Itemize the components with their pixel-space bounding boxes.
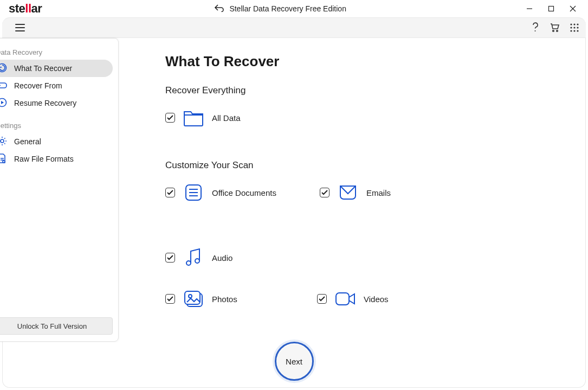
main-area: Data Recovery What To Recover Recover Fr… (2, 38, 586, 388)
next-button[interactable]: Next (275, 342, 314, 381)
checkbox-photos[interactable] (165, 294, 175, 304)
logo-part: ste (9, 2, 25, 16)
folder-icon (183, 107, 204, 129)
checkbox-emails[interactable] (320, 188, 329, 197)
checkbox-videos[interactable] (317, 294, 327, 304)
svg-point-6 (557, 30, 558, 32)
option-audio: Audio (165, 247, 274, 268)
logo-part: ar (31, 2, 42, 16)
option-label: Photos (212, 295, 237, 304)
music-icon (183, 247, 204, 268)
document-icon (183, 182, 204, 203)
option-label: Emails (366, 188, 391, 197)
checkbox-office-documents[interactable] (165, 188, 175, 197)
resume-icon (0, 97, 8, 110)
svg-rect-28 (185, 291, 200, 304)
maximize-button[interactable] (540, 1, 562, 16)
titlebar: stellar Stellar Data Recovery Free Editi… (0, 0, 588, 17)
svg-point-18 (0, 85, 1, 86)
svg-point-12 (577, 27, 578, 28)
toolbar (2, 17, 586, 38)
sidebar-item-label: What To Recover (14, 64, 72, 73)
unlock-button-label: Unlock To Full Version (17, 322, 87, 330)
page-title: What To Recover (165, 53, 564, 70)
window-title-text: Stellar Data Recovery Free Edition (229, 4, 346, 13)
option-label: Office Documents (212, 188, 276, 197)
option-office-documents: Office Documents (165, 182, 276, 203)
sidebar-item-label: Resume Recovery (14, 99, 76, 107)
svg-point-14 (573, 30, 575, 31)
menu-icon[interactable] (13, 22, 27, 34)
drive-icon (0, 80, 8, 92)
checkbox-all-data[interactable] (165, 113, 175, 123)
svg-rect-30 (336, 293, 349, 305)
sidebar: Data Recovery What To Recover Recover Fr… (0, 38, 119, 342)
sidebar-item-resume-recovery[interactable]: Resume Recovery (0, 94, 113, 112)
image-icon (183, 288, 204, 310)
option-all-data: All Data (165, 107, 274, 129)
svg-point-26 (195, 259, 199, 263)
option-videos: Videos (317, 288, 425, 310)
sidebar-section-settings: Settings (0, 119, 113, 133)
svg-point-8 (573, 23, 575, 25)
gear-icon (0, 136, 8, 148)
svg-rect-17 (0, 83, 7, 88)
section-recover-everything: Recover Everything (165, 85, 564, 96)
svg-point-4 (535, 30, 536, 31)
checkbox-audio[interactable] (165, 253, 175, 263)
app-logo: stellar (9, 2, 42, 16)
svg-point-10 (570, 27, 572, 28)
next-button-label: Next (286, 357, 302, 366)
content-area: Data Recovery What To Recover Recover Fr… (3, 38, 585, 387)
logo-part-accent: ll (25, 2, 31, 16)
help-icon[interactable] (529, 22, 541, 34)
sidebar-item-general[interactable]: General (0, 133, 113, 150)
sidebar-item-label: General (14, 137, 41, 146)
svg-point-15 (577, 30, 578, 31)
svg-point-5 (553, 30, 554, 32)
svg-point-13 (570, 30, 572, 31)
back-icon[interactable] (214, 4, 224, 14)
svg-point-7 (570, 23, 572, 25)
svg-point-9 (577, 23, 578, 25)
sidebar-section-data-recovery: Data Recovery (0, 46, 113, 60)
svg-point-11 (573, 27, 575, 28)
sidebar-item-raw-file-formats[interactable]: Raw File Formats (0, 150, 113, 168)
window-title: Stellar Data Recovery Free Edition (42, 4, 519, 14)
close-button[interactable] (562, 1, 584, 16)
option-emails: Emails (320, 182, 428, 203)
sidebar-item-what-to-recover[interactable]: What To Recover (0, 60, 113, 77)
option-photos: Photos (165, 288, 274, 310)
option-label: Audio (212, 253, 232, 263)
svg-rect-1 (549, 7, 554, 11)
section-customize-scan: Customize Your Scan (165, 160, 564, 171)
unlock-button[interactable]: Unlock To Full Version (0, 317, 113, 335)
cart-icon[interactable] (549, 22, 561, 34)
file-icon (0, 153, 8, 165)
apps-grid-icon[interactable] (568, 22, 580, 34)
recovery-icon (0, 62, 8, 75)
option-label: Videos (364, 295, 389, 304)
option-label: All Data (212, 113, 241, 123)
svg-point-20 (1, 139, 4, 143)
sidebar-item-recover-from[interactable]: Recover From (0, 77, 113, 94)
mail-icon (337, 182, 359, 203)
video-icon (334, 288, 356, 310)
svg-point-25 (186, 261, 191, 265)
sidebar-item-label: Raw File Formats (14, 155, 74, 163)
minimize-button[interactable] (519, 1, 540, 16)
window-controls (519, 1, 584, 16)
sidebar-item-label: Recover From (14, 81, 62, 90)
